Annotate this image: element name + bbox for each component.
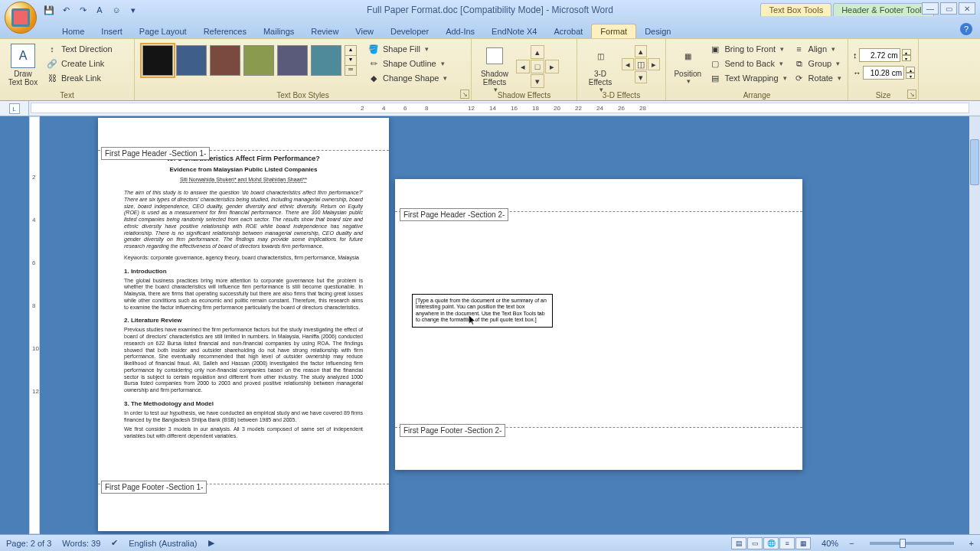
save-icon[interactable]: 💾 <box>43 4 55 16</box>
tab-review[interactable]: Review <box>302 24 347 38</box>
shape-fill-button[interactable]: 🪣Shape Fill <box>366 42 449 56</box>
styles-dialog-launcher[interactable]: ↘ <box>460 90 469 99</box>
3d-toggle[interactable]: ◫ <box>635 58 647 70</box>
qat-more-icon[interactable]: ▾ <box>127 4 139 16</box>
width-icon: ↔ <box>853 68 861 77</box>
gallery-more-icon[interactable]: ═ <box>345 66 356 75</box>
zoom-in-button[interactable]: + <box>969 539 974 548</box>
textbox-tools-tab-header[interactable]: Text Box Tools <box>760 3 831 16</box>
text-direction-button[interactable]: ↕Text Direction <box>44 42 114 56</box>
tab-design[interactable]: Design <box>636 24 679 38</box>
height-up[interactable]: ▴ <box>902 49 911 55</box>
undo-icon[interactable]: ↶ <box>60 4 72 16</box>
style-gallery[interactable]: ▴ ▾ ═ <box>139 41 360 80</box>
break-link-button[interactable]: ⛓Break Link <box>44 71 114 85</box>
tab-addins[interactable]: Add-Ins <box>437 24 483 38</box>
create-link-button[interactable]: 🔗Create Link <box>44 57 114 70</box>
tab-insert[interactable]: Insert <box>93 24 131 38</box>
close-button[interactable]: ✕ <box>959 2 975 15</box>
tab-home[interactable]: Home <box>54 24 93 38</box>
gallery-up-icon[interactable]: ▴ <box>345 46 356 56</box>
tab-view[interactable]: View <box>347 24 382 38</box>
group-3d-effects: ◫ 3-D Effects ▴ ◂ ◫ ▸ ▾ 3-D Effects <box>577 39 666 100</box>
shadow-nudge-right[interactable]: ▸ <box>545 60 559 73</box>
rotate-button[interactable]: ⟳Rotate <box>792 71 843 85</box>
tab-endnote[interactable]: EndNote X4 <box>483 24 545 38</box>
draft-view[interactable]: ▦ <box>795 537 811 549</box>
text-wrapping-button[interactable]: ▤Text Wrapping <box>707 71 788 85</box>
section-2-body: Previous studies have examined the firm … <box>124 327 363 394</box>
print-layout-view[interactable]: ▤ <box>731 537 746 549</box>
3d-tilt-up[interactable]: ▴ <box>635 45 647 57</box>
send-to-back-button[interactable]: ▢Send to Back <box>707 57 788 70</box>
tab-page-layout[interactable]: Page Layout <box>131 24 195 38</box>
scrollbar-thumb[interactable] <box>970 139 979 185</box>
tab-references[interactable]: References <box>195 24 255 38</box>
style-swatch-6[interactable] <box>311 45 341 76</box>
style-swatch-2[interactable] <box>176 45 207 76</box>
restore-button[interactable]: ▭ <box>940 2 957 15</box>
3d-tilt-left[interactable]: ◂ <box>622 58 634 70</box>
align-button[interactable]: ≡Align <box>792 42 843 56</box>
style-swatch-1[interactable] <box>142 45 173 76</box>
header-tag-section-1: First Page Header -Section 1- <box>101 147 210 160</box>
position-button[interactable]: ▦ Position <box>671 41 704 86</box>
doc-title-line2: Evidence from Malaysian Public Listed Co… <box>124 166 363 174</box>
header-footer-tools-tab-header[interactable]: Header & Footer Tools <box>833 3 934 16</box>
vertical-ruler[interactable]: 2 4 6 8 10 12 <box>29 116 40 534</box>
zoom-out-button[interactable]: − <box>849 539 854 548</box>
zoom-slider-knob[interactable] <box>900 539 906 548</box>
style-swatch-4[interactable] <box>243 45 274 76</box>
tab-mailings[interactable]: Mailings <box>255 24 302 38</box>
tab-acrobat[interactable]: Acrobat <box>545 24 591 38</box>
macro-icon[interactable]: ▶ <box>208 538 214 548</box>
shape-outline-button[interactable]: ✏Shape Outline <box>366 57 449 70</box>
draw-text-box-button[interactable]: A Draw Text Box <box>5 41 41 86</box>
full-screen-view[interactable]: ▭ <box>747 537 763 549</box>
vertical-scrollbar[interactable] <box>969 116 980 534</box>
proofing-icon[interactable]: ✔ <box>111 538 118 548</box>
tab-developer[interactable]: Developer <box>382 24 437 38</box>
tab-format[interactable]: Format <box>591 24 636 38</box>
web-layout-view[interactable]: 🌐 <box>763 537 779 549</box>
zoom-level[interactable]: 40% <box>822 539 838 548</box>
office-button[interactable] <box>5 2 37 34</box>
gallery-down-icon[interactable]: ▾ <box>345 56 356 66</box>
width-input[interactable] <box>863 66 904 80</box>
tab-selector[interactable]: L <box>9 103 20 114</box>
emoji-icon[interactable]: ☺ <box>110 4 122 16</box>
3d-tilt-right[interactable]: ▸ <box>648 58 660 70</box>
shadow-nudge-up[interactable]: ▴ <box>531 45 544 59</box>
shadow-toggle[interactable]: □ <box>531 60 544 73</box>
page-1[interactable]: First Page Header -Section 1- First Page… <box>98 118 389 531</box>
3d-effects-button[interactable]: ◫ 3-D Effects <box>582 41 619 94</box>
size-dialog-launcher[interactable]: ↘ <box>907 90 916 99</box>
status-words[interactable]: Words: 39 <box>62 539 100 548</box>
pull-quote-text-box[interactable]: [Type a quote from the document or the s… <box>412 294 553 328</box>
horizontal-ruler[interactable]: 2 4 6 8 12 14 16 18 20 22 24 26 28 <box>31 103 969 113</box>
status-page[interactable]: Page: 2 of 3 <box>6 539 51 548</box>
outline-view[interactable]: ≡ <box>779 537 795 549</box>
height-down[interactable]: ▾ <box>902 55 911 61</box>
redo-icon[interactable]: ↷ <box>77 4 89 16</box>
3d-tilt-down[interactable]: ▾ <box>635 71 647 83</box>
shadow-nudge-left[interactable]: ◂ <box>516 60 530 73</box>
style-swatch-3[interactable] <box>210 45 240 76</box>
wrap-icon: ▤ <box>709 72 721 84</box>
shadow-nudge-down[interactable]: ▾ <box>531 74 544 88</box>
group-button[interactable]: ⧉Group <box>792 57 843 70</box>
shadow-effects-button[interactable]: Shadow Effects <box>476 41 513 94</box>
bring-to-front-button[interactable]: ▣Bring to Front <box>707 42 788 56</box>
status-language[interactable]: English (Australia) <box>129 539 197 548</box>
height-input[interactable] <box>859 48 900 62</box>
style-swatch-5[interactable] <box>277 45 308 76</box>
change-shape-button[interactable]: ◆Change Shape <box>366 71 449 85</box>
zoom-slider[interactable] <box>870 542 954 545</box>
page-2[interactable]: First Page Header -Section 2- First Page… <box>395 179 802 470</box>
width-up[interactable]: ▴ <box>906 67 915 73</box>
help-icon[interactable]: ? <box>960 23 972 35</box>
style-icon[interactable]: A <box>93 4 106 16</box>
width-down[interactable]: ▾ <box>906 73 915 79</box>
section-1-heading: 1. Introduction <box>124 268 363 276</box>
minimize-button[interactable]: — <box>922 2 939 15</box>
